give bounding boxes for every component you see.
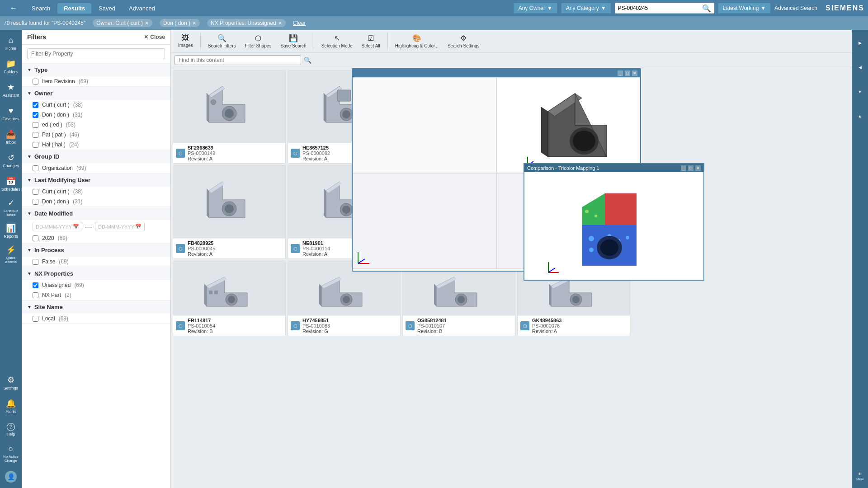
back-button[interactable]: ← xyxy=(4,2,24,14)
remove-nx-filter[interactable]: ✕ xyxy=(278,20,282,26)
find-bar: 🔍 xyxy=(171,52,852,68)
svg-point-5 xyxy=(211,99,216,105)
grid-area[interactable]: ⬡ SF2368639 PS-0000142 Revision: A xyxy=(171,68,852,488)
last-curt-checkbox[interactable] xyxy=(33,189,38,195)
working-dropdown[interactable]: Latest Working ▼ xyxy=(718,3,771,14)
find-search-icon[interactable]: 🔍 xyxy=(304,56,311,64)
type-arrow-icon: ▼ xyxy=(27,67,32,72)
toolbar-highlighting-button[interactable]: 🎨 Highlighting & Color... xyxy=(392,31,442,51)
group-org-checkbox[interactable] xyxy=(33,165,38,171)
advanced-search-link[interactable]: Advanced Search xyxy=(774,5,817,11)
grid-item-fb4828925[interactable]: ⬡ FB4828925 PS-0000045 Revision: A xyxy=(173,165,286,259)
sidebar-item-folders[interactable]: 📁 Folders xyxy=(1,55,20,78)
images-icon: 🖼 xyxy=(182,34,189,42)
owner-pat-checkbox[interactable] xyxy=(33,132,38,138)
settings-icon: ⚙ xyxy=(7,375,14,385)
sidebar-item-no-active-change[interactable]: ○ No Active Change xyxy=(1,442,20,465)
filter-section-type-header[interactable]: ▼ Type xyxy=(22,63,170,76)
sidebar-item-settings[interactable]: ⚙ Settings xyxy=(1,371,20,394)
date-to-input[interactable]: DD-MMM-YYYY 📅 xyxy=(95,222,145,231)
owner-ed-checkbox[interactable] xyxy=(33,122,38,128)
owner2-filter-chip[interactable]: Don ( don ) ✕ xyxy=(160,19,200,27)
grid-item-os85812481[interactable]: ⬡ OS85812481 PS-0010107 Revision: B xyxy=(402,261,515,336)
sidebar-item-home[interactable]: ⌂ Home xyxy=(1,32,20,54)
filter-section-nx-header[interactable]: ▼ NX Properties xyxy=(22,267,170,280)
sidebar-item-alerts[interactable]: 🔔 Alerts xyxy=(1,395,20,418)
owner-curt-checkbox[interactable] xyxy=(33,102,38,108)
filter-search-box xyxy=(22,45,170,63)
right-nav-3[interactable]: ▼ xyxy=(850,80,868,103)
tab-search[interactable]: Search xyxy=(25,3,57,14)
grid-item-sf2368639[interactable]: ⬡ SF2368639 PS-0000142 Revision: A xyxy=(173,70,286,164)
grid-item-fr114817[interactable]: ⬡ FR114817 PS-0010054 Revision: B xyxy=(173,261,286,336)
tab-results[interactable]: Results xyxy=(57,3,91,14)
tab-saved[interactable]: Saved xyxy=(92,3,122,14)
toolbar-search-filters-button[interactable]: 🔍 Search Filters xyxy=(204,31,240,51)
grid-item-hy7456851[interactable]: ⬡ HY7456851 PS-0010083 Revision: G xyxy=(288,261,401,336)
filter-section-owner-header[interactable]: ▼ Owner xyxy=(22,87,170,100)
filter-item-last-curt: Curt ( curt ) (38) xyxy=(22,187,170,197)
search-input[interactable] xyxy=(618,5,702,11)
filter-section-date-header[interactable]: ▼ Date Modified xyxy=(22,207,170,220)
maximize-button[interactable]: □ xyxy=(625,70,630,76)
toolbar-images-button[interactable]: 🖼 Images xyxy=(175,31,197,51)
owner-hal-checkbox[interactable] xyxy=(33,142,38,148)
minimize-button[interactable]: _ xyxy=(618,70,623,76)
filter-item-local: Local (69) xyxy=(22,314,170,324)
sidebar-item-schedules[interactable]: 📅 Schedules xyxy=(1,173,20,195)
toolbar-select-all-button[interactable]: ☑ Select All xyxy=(358,31,384,51)
date-2020-checkbox[interactable] xyxy=(33,235,38,241)
right-nav-1[interactable]: ▶ xyxy=(850,32,868,54)
clear-filters-link[interactable]: Clear xyxy=(293,20,306,26)
tricolor-window[interactable]: Comparison - Tricolor Mapping 1 _ □ ✕ xyxy=(524,163,704,281)
filters-panel: Filters ✕ Close ▼ Type Item Revision (69… xyxy=(22,30,171,488)
sidebar-item-inbox[interactable]: 📥 Inbox xyxy=(1,126,20,148)
owner-dropdown[interactable]: Any Owner ▼ xyxy=(514,3,557,14)
filter-section-site-header[interactable]: ▼ Site Name xyxy=(22,300,170,314)
site-local-checkbox[interactable] xyxy=(33,316,38,322)
main-search-bar[interactable]: 🔍 xyxy=(615,3,714,14)
sidebar-item-assistant[interactable]: ★ Assistant xyxy=(1,79,20,101)
right-nav-4[interactable]: ▲ xyxy=(850,105,868,127)
tricolor-close-button[interactable]: ✕ xyxy=(695,165,701,171)
close-window-button[interactable]: ✕ xyxy=(632,70,637,76)
tricolor-maximize-button[interactable]: □ xyxy=(688,165,693,171)
sidebar-item-quick-access[interactable]: ⚡ Quick Access xyxy=(1,243,20,266)
filter-property-input[interactable] xyxy=(27,48,165,59)
nx-unassigned-checkbox[interactable] xyxy=(33,282,38,288)
date-from-input[interactable]: DD-MMM-YYYY 📅 xyxy=(33,222,82,231)
last-modifying-label: Last Modifying User xyxy=(34,177,90,183)
nx-part-checkbox[interactable] xyxy=(33,292,38,298)
sidebar-item-favorites[interactable]: ♥ Favorites xyxy=(1,102,20,125)
sidebar-item-schedule-tasks[interactable]: ✓ Schedule Tasks xyxy=(1,196,20,219)
sidebar-item-reports[interactable]: 📊 Reports xyxy=(1,220,20,242)
find-in-content-input[interactable] xyxy=(175,55,301,65)
filter-section-last-modifying-header[interactable]: ▼ Last Modifying User xyxy=(22,174,170,187)
nx-filter-chip[interactable]: NX Properties: Unassigned ✕ xyxy=(207,19,286,27)
right-nav-2[interactable]: ◀ xyxy=(850,56,868,79)
right-view-btn[interactable]: 👁 View xyxy=(850,465,868,488)
remove-owner-filter[interactable]: ✕ xyxy=(145,20,149,26)
sidebar-item-help[interactable]: ? Help xyxy=(1,418,20,441)
tab-advanced[interactable]: Advanced xyxy=(123,3,161,14)
filter-section-in-process-header[interactable]: ▼ In Process xyxy=(22,244,170,257)
item-details-gk: GK48945863 PS-0000076 Revision: A xyxy=(532,318,561,334)
filter-section-group-header[interactable]: ▼ Group ID xyxy=(22,150,170,163)
remove-owner2-filter[interactable]: ✕ xyxy=(192,20,196,26)
category-dropdown[interactable]: Any Category ▼ xyxy=(561,3,611,14)
filters-close-button[interactable]: ✕ Close xyxy=(144,34,165,40)
last-curt-label: Curt ( curt ) xyxy=(42,188,70,195)
owner-filter-chip[interactable]: Owner: Curt ( curt ) ✕ xyxy=(93,19,152,27)
toolbar-search-settings-button[interactable]: ⚙ Search Settings xyxy=(444,31,483,51)
tricolor-minimize-button[interactable]: _ xyxy=(681,165,686,171)
in-process-false-checkbox[interactable] xyxy=(33,259,38,265)
toolbar-filter-shapes-button[interactable]: ⬡ Filter Shapes xyxy=(241,31,275,51)
type-item-revision-checkbox[interactable] xyxy=(33,79,38,84)
toolbar-save-search-button[interactable]: 💾 Save Search xyxy=(277,31,310,51)
sidebar-item-user[interactable]: 👤 xyxy=(1,465,20,488)
item-name-sf: SF2368639 xyxy=(188,145,215,150)
toolbar-selection-mode-button[interactable]: ↖ Selection Mode xyxy=(318,31,356,51)
sidebar-item-changes[interactable]: ↺ Changes xyxy=(1,149,20,172)
owner-don-checkbox[interactable] xyxy=(33,112,38,118)
last-don-checkbox[interactable] xyxy=(33,199,38,205)
